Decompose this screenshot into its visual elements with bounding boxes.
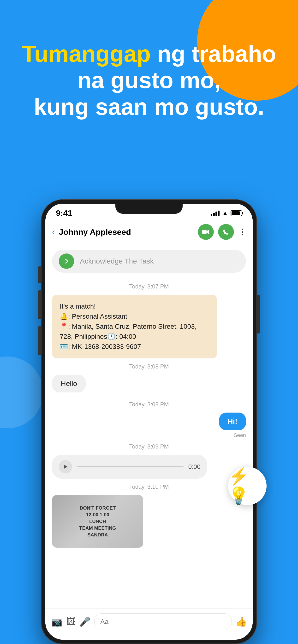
volume-up-button[interactable] — [38, 290, 41, 319]
voice-message-bubble[interactable]: 0:00 — [52, 455, 207, 479]
status-time: 9:41 — [56, 208, 72, 218]
hello-message-bubble: Hello — [52, 375, 246, 396]
hero-line1-rest: ng trabaho — [151, 41, 276, 66]
back-button[interactable]: ‹ — [52, 227, 55, 237]
video-call-button[interactable] — [198, 224, 214, 240]
more-options-button[interactable]: ⋮ — [238, 227, 246, 236]
gallery-icon[interactable]: 🖼 — [66, 617, 75, 627]
volume-mute-button[interactable] — [38, 266, 41, 283]
play-button[interactable] — [59, 460, 72, 474]
hero-highlight: Tumanggap — [22, 41, 151, 66]
match-message-text: It's a match!🔔: Personal Assistant📍: Man… — [60, 302, 197, 350]
acknowledge-placeholder: Acknowledge The Task — [80, 257, 154, 265]
bg-blue-decoration — [0, 356, 43, 428]
image-placeholder: DON'T FORGET 12:00 1:00 LUNCH TEAM MEETI… — [52, 495, 143, 548]
hero-line2: na gusto mo, — [77, 67, 221, 93]
hero-line3: kung saan mo gusto. — [34, 94, 264, 120]
acknowledge-arrow-button[interactable] — [59, 254, 74, 269]
phone-call-button[interactable] — [218, 224, 234, 240]
chat-messages-area: Today, 3:07 PM It's a match!🔔: Personal … — [45, 278, 253, 552]
lightbulb-emoji: ⚡💡 — [228, 466, 266, 506]
match-message-bubble: It's a match!🔔: Personal Assistant📍: Man… — [52, 295, 217, 358]
timestamp-1: Today, 3:07 PM — [52, 283, 246, 290]
image-message-bubble[interactable]: DON'T FORGET 12:00 1:00 LUNCH TEAM MEETI… — [52, 495, 143, 548]
svg-marker-1 — [207, 230, 209, 234]
contact-name: Johnny Appleseed — [59, 227, 198, 237]
timestamp-5: Today, 3:10 PM — [52, 484, 246, 490]
voice-waveform — [77, 466, 184, 467]
floating-lightbulb-icon: ⚡💡 — [228, 467, 266, 505]
status-icons: ▲ — [211, 210, 242, 217]
message-input[interactable] — [94, 613, 232, 630]
svg-rect-0 — [202, 230, 207, 234]
hi-message-bubble: Hi! — [219, 412, 246, 430]
battery-icon — [231, 210, 242, 216]
hello-text: Hello — [52, 375, 86, 392]
signal-icon — [211, 210, 220, 216]
send-thumbs-up-button[interactable]: 👍 — [236, 616, 247, 627]
svg-marker-2 — [64, 464, 67, 469]
phone-device: 9:41 ▲ ‹ Johnny Appleseed — [41, 199, 257, 644]
seen-indicator: Seen — [234, 432, 246, 438]
note-text: DON'T FORGET 12:00 1:00 LUNCH TEAM MEETI… — [79, 504, 116, 538]
volume-down-button[interactable] — [38, 326, 41, 355]
chat-input-bar: 📷 🖼 🎤 👍 — [45, 608, 253, 640]
microphone-icon[interactable]: 🎤 — [79, 616, 90, 627]
hero-section: Tumanggap ng trabaho na gusto mo, kung s… — [0, 41, 298, 120]
phone-notch — [115, 204, 183, 214]
voice-duration: 0:00 — [188, 463, 201, 470]
acknowledge-task-bar[interactable]: Acknowledge The Task — [52, 250, 246, 273]
hi-message-container: Hi! Seen — [52, 412, 246, 438]
timestamp-4: Today, 3:09 PM — [52, 443, 246, 450]
power-button[interactable] — [257, 295, 260, 334]
chat-header: ‹ Johnny Appleseed ⋮ — [45, 220, 253, 244]
camera-icon[interactable]: 📷 — [51, 616, 62, 627]
wifi-icon: ▲ — [222, 210, 228, 217]
hero-heading: Tumanggap ng trabaho na gusto mo, kung s… — [14, 41, 284, 120]
timestamp-3: Today, 3:08 PM — [52, 401, 246, 408]
timestamp-2: Today, 3:08 PM — [52, 363, 246, 370]
phone-frame: 9:41 ▲ ‹ Johnny Appleseed — [41, 199, 257, 644]
header-actions: ⋮ — [198, 224, 246, 240]
phone-screen: 9:41 ▲ ‹ Johnny Appleseed — [45, 204, 253, 640]
